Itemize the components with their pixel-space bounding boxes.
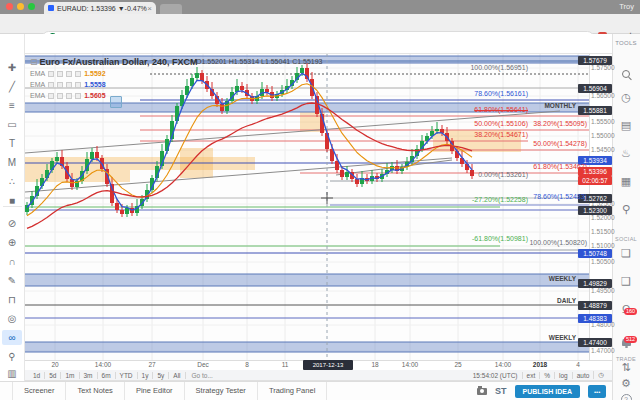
crosshair-icon[interactable]: ✚ (0, 60, 24, 75)
collapse-icon[interactable]: ⊟ (30, 57, 38, 67)
range-1y[interactable]: 1y (138, 372, 154, 379)
time-tick: 4 (558, 361, 598, 368)
study-control-icon[interactable] (48, 82, 54, 88)
measure-icon[interactable]: ⊘ (0, 216, 24, 231)
ema-legend-row[interactable]: EMA1.5558 (30, 81, 106, 88)
study-control-icon[interactable] (57, 71, 63, 77)
range-YTD[interactable]: YTD (116, 372, 138, 379)
magnet-icon[interactable]: ∩ (0, 254, 24, 269)
toggle-log[interactable]: log (554, 372, 572, 379)
symbol-legend[interactable]: ⊟Euro Fx/Australian Dollar, 240, FXCM (30, 57, 198, 67)
hotlists-icon[interactable]: ♨ (612, 147, 640, 160)
stocktwits-icon[interactable]: ST (495, 386, 507, 396)
sync-drawings-icon[interactable]: ∞ (2, 330, 22, 345)
study-control-icon[interactable] (66, 93, 72, 99)
study-control-icon[interactable] (48, 93, 54, 99)
time-tick: 8 (227, 361, 267, 368)
calendar-icon[interactable]: ▦ (612, 175, 640, 188)
range-3m[interactable]: 3m (80, 372, 98, 379)
toggle-ext[interactable]: ext (522, 372, 540, 379)
study-control-icon[interactable] (75, 82, 81, 88)
tab-screener[interactable]: Screener (12, 382, 66, 400)
price-label-1.49829: 1.49829 (578, 279, 612, 288)
bottom-tabs: ScreenerText NotesPine EditorStrategy Te… (0, 382, 327, 400)
range-5y[interactable]: 5y (153, 372, 169, 379)
browser-profile-name[interactable]: Troy (619, 2, 634, 11)
private-chats-icon[interactable]: ❑ (612, 275, 640, 288)
ema-value: 1.5592 (84, 70, 105, 77)
trend-line-icon[interactable]: ╱ (0, 79, 24, 94)
remove-drawings-icon[interactable]: ▥ (0, 366, 24, 381)
tab-strategy-tester[interactable]: Strategy Tester (185, 382, 258, 400)
price-label-1.56904: 1.56904 (578, 84, 612, 93)
selected-study-marker (110, 96, 122, 108)
study-control-icon[interactable] (57, 93, 63, 99)
zoom-in-icon[interactable]: ⊕ (0, 235, 24, 250)
study-control-icon[interactable] (57, 82, 63, 88)
hide-drawings-icon[interactable]: ◎ (0, 311, 24, 326)
tab-text-notes[interactable]: Text Notes (66, 382, 124, 400)
tools-label: TOOLS (612, 40, 640, 46)
data-window-icon[interactable]: ▤ (612, 119, 640, 132)
price-label-1.48879: 1.48879 (578, 301, 612, 310)
ema-label: EMA (30, 81, 45, 88)
range-1d[interactable]: 1d (29, 372, 45, 379)
ema-value: 1.5605 (84, 92, 105, 99)
range-1m[interactable]: 1m (61, 372, 79, 379)
minimize-window-button[interactable] (17, 3, 24, 10)
watchlist-glyph (622, 70, 630, 78)
study-control-icon[interactable] (66, 82, 72, 88)
clock-toggle-icon[interactable]: ◷ (593, 371, 608, 379)
text-tool-icon[interactable]: T (0, 136, 24, 151)
toggle-auto[interactable]: auto (572, 372, 594, 379)
study-control-icon[interactable] (75, 71, 81, 77)
ema-legend-row[interactable]: EMA1.5605 (30, 92, 106, 99)
study-control-icon[interactable] (66, 71, 72, 77)
time-tick: 20 (35, 361, 75, 368)
price-label-1.55881: 1.55881 (578, 106, 612, 115)
new-tab-button[interactable] (160, 4, 182, 14)
study-control-icon[interactable] (75, 93, 81, 99)
price-label-1.50748: 1.50748 (578, 249, 612, 258)
price-tick: 1.47000 (591, 347, 613, 354)
study-control-icon[interactable] (48, 71, 54, 77)
help-icon[interactable]: ? (612, 394, 640, 400)
ideas-icon[interactable]: ⚲ (612, 203, 640, 216)
lock-drawings-icon[interactable]: ⊓ (0, 292, 24, 307)
close-window-button[interactable] (6, 3, 13, 10)
tab-close-icon[interactable]: × (147, 4, 152, 13)
snapshot-camera-icon[interactable] (477, 388, 487, 395)
xabcd-pattern-icon[interactable]: M (0, 155, 24, 170)
public-streams-icon[interactable]: ❏ (612, 247, 640, 260)
tab-pine-editor[interactable]: Pine Editor (125, 382, 185, 400)
publish-idea-button[interactable]: PUBLISH IDEA (515, 385, 580, 398)
legend-title-text: Euro Fx/Australian Dollar, 240, FXCM (40, 57, 198, 67)
fib-level-label: 0.00%(1.53261) (398, 171, 528, 178)
trading-panel-icon[interactable]: ⇅ (612, 361, 640, 374)
toggle-%[interactable]: % (539, 372, 554, 379)
fib-level-label: 61.80%(1.55641) (398, 106, 528, 113)
alerts-icon[interactable]: ◷ (612, 91, 640, 104)
utc-clock[interactable]: 15:54:02 (UTC) (469, 372, 522, 379)
tab-trading-panel[interactable]: Trading Panel (258, 382, 327, 400)
fib-level-label: 100.00%(1.50820) (457, 239, 587, 246)
settings-icon[interactable]: ⚙ (612, 377, 640, 390)
shapes-icon[interactable]: ▭ (0, 117, 24, 132)
drawing-mode-icon[interactable]: ✎ (0, 273, 24, 288)
zoom-window-button[interactable] (28, 3, 35, 10)
publish-more-button[interactable]: ••• (588, 385, 606, 398)
show-ideas-icon[interactable]: ⚲ (0, 349, 24, 364)
price-tick: 1.50500 (591, 258, 613, 265)
browser-tab[interactable]: EURAUD: 1.53396 ▼-0.47% × (44, 2, 156, 14)
watchlist-icon[interactable] (612, 70, 640, 78)
tab-favicon (48, 5, 54, 11)
price-tick: 1.49500 (591, 287, 613, 294)
fib-retracement-icon[interactable]: ≡ (0, 98, 24, 113)
ema-legend-row[interactable]: EMA1.5592 (30, 70, 106, 77)
range-6m[interactable]: 6m (98, 372, 116, 379)
range-5d[interactable]: 5d (45, 372, 61, 379)
goto-button[interactable]: Go to... (186, 372, 213, 379)
price-tick: 1.55500 (591, 118, 613, 125)
forecast-icon[interactable]: ∴ (0, 174, 24, 189)
range-All[interactable]: All (169, 372, 185, 379)
